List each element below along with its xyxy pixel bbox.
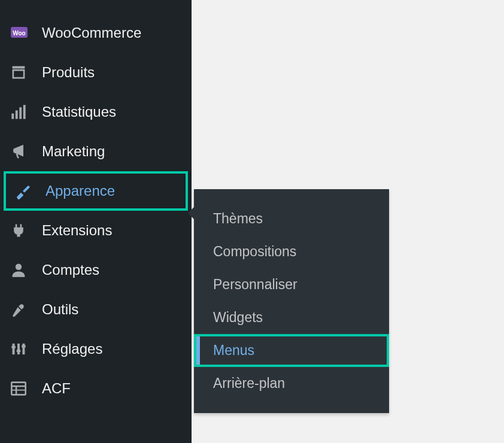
submenu-item-widgets[interactable]: Widgets: [194, 301, 389, 334]
plugins-icon: [11, 222, 35, 239]
sidebar-item-products[interactable]: Produits: [0, 53, 192, 92]
sidebar-item-appearance[interactable]: Apparence: [4, 171, 188, 211]
admin-sidebar: Woo WooCommerce Produits Statistiques Ma…: [0, 0, 192, 443]
products-icon: [11, 63, 35, 81]
svg-rect-3: [16, 110, 18, 119]
submenu-item-label: Arrière-plan: [213, 375, 285, 391]
submenu-item-menus[interactable]: Menus: [194, 334, 389, 367]
sidebar-item-label: Marketing: [42, 143, 105, 160]
sidebar-item-users[interactable]: Comptes: [0, 250, 192, 290]
submenu-item-label: Thèmes: [213, 211, 263, 226]
submenu-item-background[interactable]: Arrière-plan: [194, 367, 389, 400]
sidebar-item-label: Comptes: [42, 262, 99, 278]
sidebar-item-label: Apparence: [45, 183, 115, 199]
submenu-arrow-icon: [188, 207, 194, 219]
svg-rect-11: [17, 350, 21, 352]
sidebar-item-label: Produits: [42, 64, 95, 81]
svg-text:Woo: Woo: [13, 30, 25, 37]
svg-rect-10: [11, 346, 16, 348]
appearance-icon: [14, 182, 38, 200]
appearance-submenu: Thèmes Compositions Personnaliser Widget…: [194, 189, 389, 413]
submenu-item-label: Widgets: [213, 310, 263, 325]
sidebar-item-label: Réglages: [42, 341, 102, 357]
users-icon: [11, 261, 35, 279]
svg-rect-13: [11, 383, 25, 395]
svg-rect-2: [11, 114, 14, 119]
sidebar-item-statistics[interactable]: Statistiques: [0, 92, 192, 132]
sidebar-item-tools[interactable]: Outils: [0, 290, 192, 329]
svg-rect-5: [23, 105, 26, 119]
submenu-item-label: Compositions: [213, 244, 296, 259]
settings-icon: [11, 340, 35, 358]
sidebar-item-label: Statistiques: [42, 104, 116, 120]
sidebar-item-label: Outils: [42, 301, 78, 318]
svg-point-6: [16, 264, 22, 270]
submenu-item-themes[interactable]: Thèmes: [194, 202, 389, 235]
svg-rect-4: [19, 107, 22, 119]
sidebar-item-woocommerce[interactable]: Woo WooCommerce: [0, 13, 192, 53]
marketing-icon: [11, 142, 35, 160]
svg-rect-12: [22, 345, 26, 348]
statistics-icon: [11, 103, 35, 121]
svg-rect-8: [17, 344, 20, 354]
sidebar-item-label: ACF: [42, 380, 71, 397]
sidebar-item-acf[interactable]: ACF: [0, 369, 192, 408]
submenu-item-customize[interactable]: Personnaliser: [194, 268, 389, 301]
submenu-item-label: Menus: [213, 342, 254, 358]
sidebar-item-label: Extensions: [42, 222, 112, 239]
acf-icon: [11, 380, 35, 398]
woocommerce-icon: Woo: [11, 24, 35, 42]
submenu-item-label: Personnaliser: [213, 277, 297, 292]
sidebar-item-extensions[interactable]: Extensions: [0, 211, 192, 250]
submenu-item-compositions[interactable]: Compositions: [194, 235, 389, 268]
svg-rect-7: [13, 344, 15, 354]
sidebar-item-marketing[interactable]: Marketing: [0, 132, 192, 171]
tools-icon: [11, 301, 35, 318]
sidebar-item-label: WooCommerce: [42, 25, 141, 41]
sidebar-item-settings[interactable]: Réglages: [0, 329, 192, 369]
